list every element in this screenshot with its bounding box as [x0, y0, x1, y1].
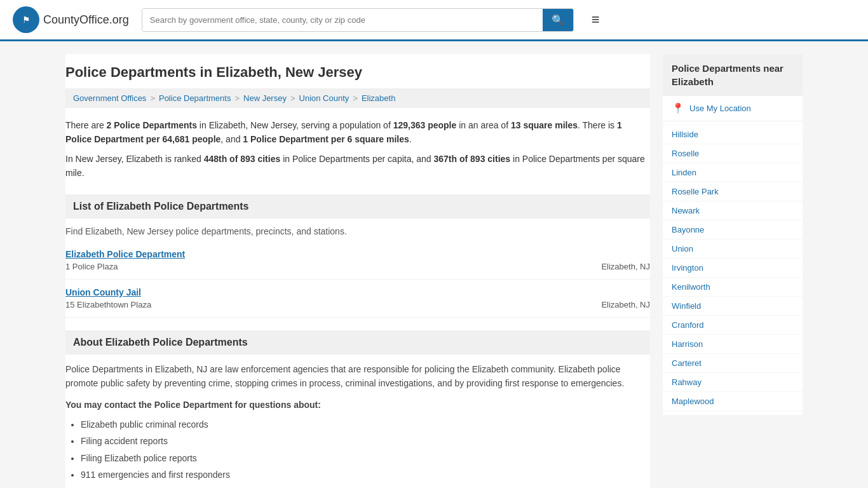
listing-item: Union County Jail 15 Elizabethtown Plaza… [65, 280, 650, 318]
sidebar-link-cranford[interactable]: Cranford [663, 316, 803, 335]
sidebar-link-hillside[interactable]: Hillside [663, 125, 803, 144]
listing-row-2: 15 Elizabethtown Plaza Elizabeth, NJ [65, 297, 650, 309]
sidebar-link-linden[interactable]: Linden [663, 163, 803, 182]
page-title: Police Departments in Elizabeth, New Jer… [65, 54, 650, 88]
breadcrumb-sep-4: > [353, 93, 358, 103]
breadcrumb-elizabeth[interactable]: Elizabeth [362, 93, 395, 103]
sidebar-link-winfield[interactable]: Winfield [663, 297, 803, 316]
breadcrumb-union-county[interactable]: Union County [299, 93, 349, 103]
sidebar-link-roselle[interactable]: Roselle [663, 144, 803, 163]
use-my-location-link[interactable]: Use My Location [689, 104, 751, 113]
contact-list: Elizabeth public criminal records Filing… [65, 417, 650, 482]
listing-city-1: Elizabeth, NJ [601, 262, 650, 271]
search-icon: 🔍 [552, 15, 564, 25]
list-item: Filing Elizabeth police reports [81, 451, 650, 465]
breadcrumb-government-offices[interactable]: Government Offices [73, 93, 146, 103]
logo-text: CountyOffice.org [43, 13, 129, 27]
main-container: Police Departments in Elizabeth, New Jer… [53, 41, 815, 488]
header: ⚑ CountyOffice.org 🔍 ≡ [0, 0, 868, 41]
svg-text:⚑: ⚑ [22, 15, 31, 25]
list-item: Elizabeth public criminal records [81, 417, 650, 431]
location-pin-icon: 📍 [672, 102, 684, 114]
about-text: Police Departments in Elizabeth, NJ are … [65, 355, 650, 488]
sidebar-link-bayonne[interactable]: Bayonne [663, 220, 803, 240]
listing-row-1: 1 Police Plaza Elizabeth, NJ [65, 259, 650, 271]
sidebar-link-roselle-park[interactable]: Roselle Park [663, 182, 803, 201]
menu-button[interactable]: ≡ [587, 9, 605, 30]
listing-address-2: 15 Elizabethtown Plaza [65, 300, 151, 309]
search-button[interactable]: 🔍 [543, 9, 573, 31]
logo-area: ⚑ CountyOffice.org [13, 6, 129, 33]
content-area: Police Departments in Elizabeth, New Jer… [65, 54, 650, 488]
breadcrumb-police-departments[interactable]: Police Departments [159, 93, 231, 103]
sidebar-link-kenilworth[interactable]: Kenilworth [663, 278, 803, 297]
stats-section: There are 2 Police Departments in Elizab… [65, 108, 650, 188]
sidebar-nearby-links: Hillside Roselle Linden Roselle Park New… [663, 121, 803, 415]
logo-ext: .org [109, 13, 129, 26]
listing-city-2: Elizabeth, NJ [601, 300, 650, 309]
stats-count: 2 Police Departments [107, 120, 197, 130]
breadcrumb-sep-1: > [150, 93, 155, 103]
breadcrumb-sep-2: > [234, 93, 240, 103]
stats-area: 13 square miles [511, 120, 578, 130]
sidebar-link-maplewood[interactable]: Maplewood [663, 392, 803, 411]
hamburger-icon: ≡ [592, 11, 600, 27]
stats-line-2: In New Jersey, Elizabeth is ranked 448th… [65, 152, 650, 180]
sidebar-link-union[interactable]: Union [663, 240, 803, 259]
sidebar-link-rahway[interactable]: Rahway [663, 373, 803, 392]
sidebar-link-newark[interactable]: Newark [663, 201, 803, 220]
logo-county: CountyOffice [43, 13, 109, 26]
sidebar-link-carteret[interactable]: Carteret [663, 354, 803, 373]
listing-link-union-county-jail[interactable]: Union County Jail [65, 287, 650, 297]
listing-address-1: 1 Police Plaza [65, 262, 118, 271]
list-intro: Find Elizabeth, New Jersey police depart… [65, 219, 650, 241]
listing-item: Elizabeth Police Department 1 Police Pla… [65, 241, 650, 280]
about-section-header: About Elizabeth Police Departments [65, 330, 650, 355]
stats-population: 129,363 people [393, 120, 457, 130]
search-bar: 🔍 [142, 8, 574, 32]
breadcrumb-new-jersey[interactable]: New Jersey [243, 93, 287, 103]
stats-line-1: There are 2 Police Departments in Elizab… [65, 118, 650, 147]
sidebar-title: Police Departments near Elizabeth [663, 54, 803, 96]
stats-rank2: 367th of 893 cities [434, 154, 511, 164]
stats-rank1: 448th of 893 cities [204, 154, 281, 164]
contact-label: You may contact the Police Department fo… [65, 400, 321, 410]
logo-icon: ⚑ [13, 6, 39, 33]
breadcrumb-sep-3: > [290, 93, 295, 103]
list-item: Filing accident reports [81, 434, 650, 448]
stats-sq: 1 Police Department per 6 square miles [243, 134, 409, 144]
search-input[interactable] [142, 9, 543, 31]
list-section-header: List of Elizabeth Police Departments [65, 194, 650, 219]
sidebar-link-harrison[interactable]: Harrison [663, 335, 803, 354]
sidebar-link-irvington[interactable]: Irvington [663, 259, 803, 278]
breadcrumb: Government Offices > Police Departments … [65, 88, 650, 108]
list-item: 911 emergencies and first responders [81, 468, 650, 482]
sidebar: Police Departments near Elizabeth 📍 Use … [663, 54, 803, 415]
about-paragraph: Police Departments in Elizabeth, NJ are … [65, 362, 650, 391]
listing-link-elizabeth-pd[interactable]: Elizabeth Police Department [65, 249, 650, 259]
sidebar-location: 📍 Use My Location [663, 96, 803, 121]
